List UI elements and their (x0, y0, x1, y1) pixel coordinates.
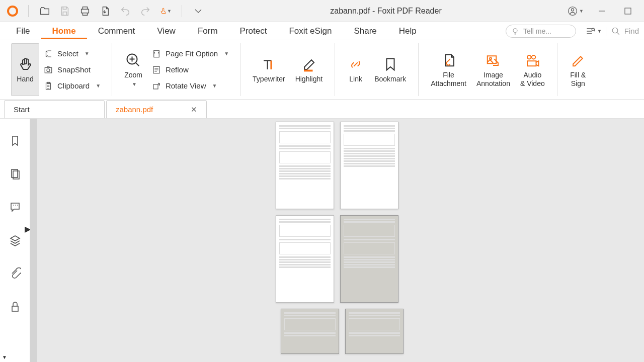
window-title: zabann.pdf - Foxit PDF Reader (204, 7, 568, 16)
svg-rect-13 (153, 84, 158, 89)
link-tool[interactable]: Link (342, 43, 369, 96)
svg-rect-11 (154, 50, 159, 57)
image-annotation-tool[interactable]: Image Annotation (471, 43, 515, 96)
document-tabs: Start zabann.pdf ✕ (0, 100, 644, 119)
search-options-icon[interactable]: ▼ (581, 26, 606, 36)
page-thumbnail[interactable] (276, 122, 334, 209)
clipboard-tool[interactable]: Clipboard▼ (39, 79, 105, 93)
menu-view[interactable]: View (146, 23, 187, 39)
menu-form[interactable]: Form (187, 23, 229, 39)
typewriter-tool[interactable]: Typewriter (248, 43, 290, 96)
bookmark-tool[interactable]: Bookmark (369, 43, 411, 96)
bookmark-icon (382, 56, 399, 73)
svg-rect-21 (12, 306, 18, 311)
touch-icon[interactable]: ▼ (159, 5, 172, 17)
bookmarks-panel-icon[interactable] (8, 134, 22, 148)
ribbon-group-links: Link Bookmark (335, 43, 419, 96)
audio-video-tool[interactable]: Audio & Video (515, 43, 550, 96)
save-icon[interactable] (59, 5, 71, 17)
page-thumbnail[interactable] (276, 215, 334, 303)
tell-me-placeholder: Tell me... (523, 27, 551, 35)
print-icon[interactable] (79, 5, 91, 17)
comments-panel-icon[interactable] (8, 200, 22, 214)
page-fit-tool[interactable]: Page Fit Option▼ (147, 47, 233, 60)
thumbnail-row (271, 309, 404, 354)
zoom-tool[interactable]: Zoom ▼ (119, 43, 147, 96)
page-thumbnail[interactable] (340, 215, 398, 303)
open-icon[interactable] (39, 5, 51, 17)
svg-point-16 (527, 55, 531, 59)
maximize-icon[interactable] (620, 3, 636, 19)
clipboard-icon (43, 81, 53, 91)
select-icon (43, 49, 53, 59)
highlight-tool[interactable]: Highlight (290, 43, 328, 96)
menu-home[interactable]: Home (41, 23, 87, 39)
tell-me-search[interactable]: Tell me... (506, 25, 576, 38)
title-bar: ▼ zabann.pdf - Foxit PDF Reader ▼ (0, 0, 644, 22)
customize-qat-icon[interactable] (192, 5, 204, 17)
search-icon (611, 27, 620, 36)
zoom-icon (125, 52, 142, 69)
quick-access-toolbar: ▼ (0, 5, 204, 17)
dropdown-icon: ▼ (224, 51, 229, 56)
rotate-icon (151, 81, 162, 91)
reflow-tool[interactable]: Reflow (147, 63, 233, 76)
typewriter-label: Typewriter (253, 75, 285, 83)
navigation-panel: ▶ ▼ (0, 119, 30, 362)
bookmark-label: Bookmark (374, 75, 406, 83)
separator (182, 5, 182, 17)
tab-document[interactable]: zabann.pdf ✕ (106, 100, 207, 118)
menu-protect[interactable]: Protect (229, 23, 278, 39)
svg-point-7 (47, 68, 50, 71)
svg-point-17 (532, 55, 536, 59)
file-attachment-tool[interactable]: File Attachment (426, 43, 471, 96)
user-account-icon[interactable]: ▼ (568, 3, 584, 19)
content-area: ▶ ▼ (0, 119, 644, 362)
fill-sign-tool[interactable]: Fill & Sign (565, 43, 592, 96)
tab-start[interactable]: Start (4, 100, 105, 118)
page-thumbnail[interactable] (340, 122, 398, 209)
zoom-label: Zoom (124, 71, 142, 79)
ribbon-group-annotate: Typewriter Highlight (240, 43, 335, 96)
page-thumbnail[interactable] (281, 309, 339, 354)
undo-icon[interactable] (119, 5, 131, 17)
find-placeholder: Find (624, 27, 639, 35)
select-tool[interactable]: Select▼ (39, 47, 105, 60)
export-icon[interactable] (99, 5, 111, 17)
svg-point-1 (572, 8, 574, 11)
hand-icon (17, 56, 34, 73)
layers-panel-icon[interactable] (8, 233, 22, 247)
menu-file[interactable]: File (5, 23, 41, 39)
svg-point-5 (612, 28, 618, 33)
ribbon-group-tools: Hand Select▼ SnapShot Clipboard▼ (4, 43, 112, 96)
separator (28, 5, 29, 17)
file-attachment-icon (440, 52, 457, 69)
scroll-down-icon[interactable]: ▼ (2, 354, 7, 360)
rotate-tool[interactable]: Rotate View▼ (147, 79, 233, 93)
hand-tool[interactable]: Hand (11, 43, 39, 96)
window-controls: ▼ (568, 3, 644, 19)
snapshot-tool[interactable]: SnapShot (39, 63, 105, 76)
page-thumbnail[interactable] (345, 309, 404, 354)
audio-video-label: Audio & Video (520, 71, 545, 88)
link-icon (347, 56, 364, 73)
close-tab-icon[interactable]: ✕ (191, 105, 197, 114)
svg-rect-6 (45, 67, 52, 73)
svg-point-3 (513, 28, 517, 32)
audio-video-icon (524, 52, 541, 69)
hand-label: Hand (17, 75, 33, 83)
find-input[interactable]: Find (606, 27, 639, 36)
pages-panel-icon[interactable] (8, 167, 22, 181)
menu-share[interactable]: Share (343, 23, 387, 39)
minimize-icon[interactable] (594, 3, 610, 19)
svg-rect-18 (527, 61, 536, 66)
attachments-panel-icon[interactable] (8, 266, 22, 281)
security-panel-icon[interactable] (8, 300, 22, 314)
redo-icon[interactable] (139, 5, 151, 17)
snapshot-icon (43, 65, 53, 75)
menu-esign[interactable]: Foxit eSign (278, 23, 343, 39)
menu-comment[interactable]: Comment (87, 23, 146, 39)
menu-help[interactable]: Help (388, 23, 428, 39)
fill-sign-icon (570, 52, 587, 69)
document-workspace[interactable] (30, 119, 644, 362)
